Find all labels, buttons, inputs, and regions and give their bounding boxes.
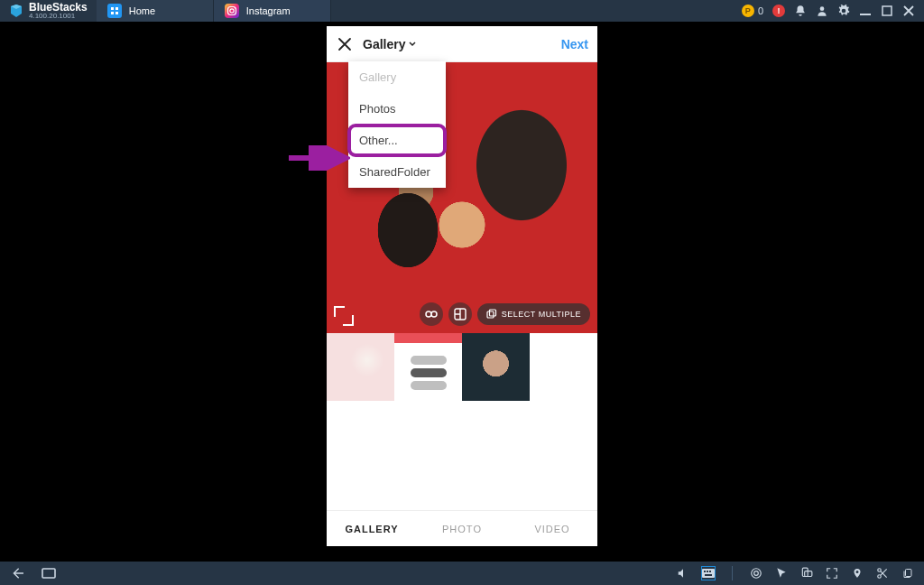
menu-option-photos[interactable]: Photos (348, 93, 446, 125)
svg-point-23 (754, 571, 759, 576)
cursor-icon[interactable] (774, 566, 789, 580)
bluestacks-icon (9, 4, 23, 18)
close-icon[interactable] (902, 5, 915, 17)
recents-icon[interactable] (42, 566, 56, 580)
alert-badge[interactable]: ! (772, 5, 785, 17)
coin-icon: P (742, 5, 754, 17)
fullscreen-icon[interactable] (825, 566, 839, 580)
gear-icon[interactable] (837, 5, 850, 17)
coin-value: 0 (758, 5, 763, 16)
svg-rect-11 (882, 6, 892, 15)
bluestacks-logo: BlueStacks 4.100.20.1001 (0, 2, 97, 20)
thumbnail[interactable] (327, 333, 394, 401)
svg-point-9 (820, 6, 825, 11)
tab-photo[interactable]: PHOTO (417, 511, 507, 546)
svg-rect-17 (702, 569, 715, 578)
next-button[interactable]: Next (561, 37, 588, 51)
menu-option-sharedfolder[interactable]: SharedFolder (348, 156, 446, 188)
svg-rect-3 (111, 12, 114, 14)
picker-bottom-tabs: GALLERY PHOTO VIDEO (327, 510, 597, 546)
svg-rect-21 (705, 574, 712, 576)
tab-home[interactable]: Home (97, 0, 214, 22)
select-multiple-button[interactable]: SELECT MULTIPLE (477, 303, 590, 325)
svg-rect-5 (225, 4, 239, 18)
picker-header: Gallery Next (327, 26, 597, 62)
stack-icon (486, 309, 497, 320)
bell-icon[interactable] (794, 5, 807, 17)
minimize-icon[interactable] (859, 5, 872, 17)
window-titlebar: BlueStacks 4.100.20.1001 Home Instagram … (0, 0, 924, 22)
bluestacks-bottom-bar (0, 562, 924, 585)
thumbnail[interactable] (394, 333, 462, 401)
select-multiple-label: SELECT MULTIPLE (502, 310, 581, 319)
instagram-app-icon (225, 4, 239, 18)
svg-point-27 (878, 575, 882, 579)
svg-point-8 (234, 7, 236, 9)
chevron-down-icon (409, 41, 416, 48)
svg-rect-16 (42, 569, 55, 578)
coin-counter[interactable]: P0 (742, 5, 763, 17)
keyboard-icon[interactable] (701, 566, 716, 580)
svg-point-22 (752, 569, 762, 579)
rotate-icon[interactable] (799, 566, 814, 580)
gallery-source-menu: Gallery Photos Other... SharedFolder (348, 61, 446, 188)
brand-version: 4.100.20.1001 (29, 13, 88, 20)
gallery-source-dropdown[interactable]: Gallery (363, 37, 416, 51)
svg-rect-18 (704, 571, 706, 572)
home-app-icon (107, 4, 122, 18)
svg-rect-1 (111, 7, 114, 10)
target-icon[interactable] (749, 566, 763, 580)
back-icon[interactable] (13, 566, 27, 580)
svg-rect-0 (107, 4, 122, 18)
annotation-arrow-icon (287, 145, 350, 171)
svg-rect-28 (906, 570, 912, 577)
svg-rect-13 (487, 311, 494, 318)
svg-rect-14 (489, 310, 495, 316)
tab-label: Home (129, 5, 155, 16)
tab-label: Instagram (246, 5, 291, 16)
thumbnail-grid (327, 333, 597, 510)
tab-gallery[interactable]: GALLERY (327, 511, 417, 546)
maximize-icon[interactable] (881, 5, 893, 17)
boomerang-button[interactable] (420, 302, 443, 326)
crop-resize-icon[interactable] (334, 306, 354, 326)
tab-video[interactable]: VIDEO (507, 511, 597, 546)
titlebar-right-controls: P0 ! (733, 5, 924, 17)
svg-rect-10 (860, 14, 871, 15)
menu-option-gallery[interactable]: Gallery (348, 61, 446, 93)
thumbnail[interactable] (462, 333, 530, 401)
volume-icon[interactable] (676, 566, 690, 580)
location-icon[interactable] (850, 566, 864, 580)
layout-button[interactable] (448, 302, 472, 326)
svg-point-26 (878, 569, 882, 572)
scissors-icon[interactable] (875, 566, 890, 580)
tab-instagram[interactable]: Instagram (214, 0, 331, 22)
gallery-source-label: Gallery (363, 37, 405, 51)
svg-rect-2 (116, 7, 118, 10)
app-stage: Gallery Next SELECT MULTIPLE GALL (0, 22, 924, 562)
svg-rect-4 (116, 12, 118, 14)
copy-icon[interactable] (901, 566, 915, 580)
menu-option-other[interactable]: Other... (348, 125, 446, 156)
svg-rect-19 (707, 571, 708, 572)
close-picker-button[interactable] (336, 35, 354, 53)
account-icon[interactable] (816, 5, 828, 17)
svg-rect-20 (709, 571, 711, 572)
